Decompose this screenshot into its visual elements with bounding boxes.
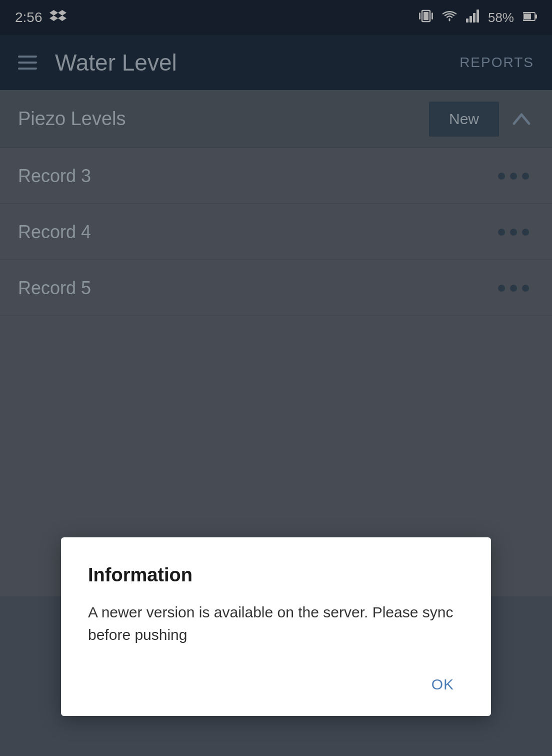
dialog-actions: OK [88, 671, 464, 698]
dialog-overlay: Information A newer version is available… [0, 0, 552, 756]
information-dialog: Information A newer version is available… [61, 537, 491, 716]
dialog-message: A newer version is available on the serv… [88, 601, 464, 646]
ok-button[interactable]: OK [422, 671, 464, 698]
dialog-title: Information [88, 564, 464, 586]
